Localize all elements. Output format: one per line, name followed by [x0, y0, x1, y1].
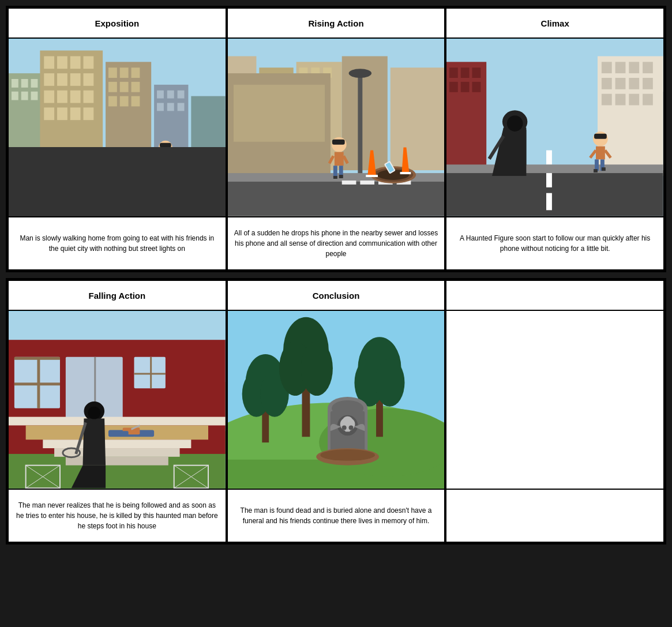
svg-rect-45 [36, 181, 53, 185]
svg-rect-52 [160, 167, 164, 177]
svg-rect-9 [44, 56, 54, 69]
header-rising: Rising Action [228, 9, 445, 39]
text-falling: The man never realizes that he is being … [9, 490, 226, 542]
svg-rect-108 [643, 62, 653, 73]
svg-rect-148 [9, 417, 226, 426]
svg-rect-95 [332, 140, 345, 145]
svg-rect-55 [166, 176, 169, 179]
svg-rect-39 [157, 103, 164, 111]
svg-rect-34 [132, 96, 140, 107]
svg-rect-36 [157, 91, 164, 99]
svg-point-169 [88, 407, 100, 419]
svg-rect-10 [57, 56, 67, 69]
svg-rect-88 [335, 152, 344, 166]
svg-rect-24 [84, 107, 94, 120]
svg-rect-44 [14, 181, 32, 185]
image-falling [9, 311, 226, 490]
cell-rising: Rising Action [227, 7, 446, 271]
svg-rect-5 [12, 92, 18, 100]
svg-rect-114 [615, 94, 626, 106]
text-empty [446, 490, 663, 542]
svg-rect-145 [134, 357, 165, 388]
svg-rect-72 [228, 179, 445, 216]
svg-rect-30 [120, 82, 129, 92]
svg-rect-12 [84, 56, 94, 69]
svg-rect-37 [167, 91, 174, 99]
header-exposition: Exposition [9, 9, 226, 39]
text-rising: All of a sudden he drops his phone in th… [228, 217, 445, 269]
svg-rect-27 [120, 67, 129, 78]
svg-rect-132 [602, 167, 606, 171]
svg-rect-42 [191, 96, 225, 176]
svg-point-50 [159, 141, 172, 155]
image-exposition [9, 39, 226, 217]
svg-marker-165 [83, 419, 106, 465]
svg-rect-54 [160, 176, 164, 179]
image-climax [446, 39, 663, 217]
svg-point-195 [342, 416, 352, 426]
svg-rect-17 [44, 91, 54, 103]
svg-rect-101 [449, 82, 458, 92]
row-2: Falling Action [6, 278, 666, 545]
svg-rect-146 [150, 357, 152, 388]
svg-rect-26 [108, 67, 117, 78]
cell-empty [445, 280, 665, 543]
svg-rect-92 [339, 175, 343, 178]
svg-line-57 [164, 157, 170, 162]
svg-rect-105 [602, 62, 612, 73]
svg-rect-19 [70, 91, 81, 103]
svg-rect-1 [9, 73, 43, 176]
image-empty [446, 311, 663, 490]
svg-rect-13 [44, 73, 54, 86]
svg-rect-11 [70, 56, 81, 69]
svg-rect-20 [84, 91, 94, 103]
svg-rect-115 [629, 94, 640, 106]
svg-point-125 [507, 115, 523, 132]
svg-rect-150 [43, 440, 191, 448]
cell-conclusion: Conclusion [227, 280, 446, 543]
svg-rect-86 [400, 172, 411, 174]
svg-rect-98 [449, 67, 458, 78]
svg-rect-32 [108, 96, 117, 107]
text-climax: A Haunted Figure soon start to follow ou… [446, 217, 663, 269]
svg-rect-49 [9, 164, 226, 176]
cell-climax: Climax [445, 7, 665, 271]
svg-rect-41 [178, 103, 185, 111]
svg-rect-22 [57, 107, 67, 120]
svg-rect-3 [21, 79, 28, 88]
svg-rect-15 [70, 73, 81, 86]
svg-rect-67 [390, 67, 444, 170]
svg-rect-152 [66, 457, 168, 465]
svg-rect-75 [360, 181, 374, 185]
svg-rect-111 [629, 78, 640, 89]
svg-point-192 [341, 425, 346, 430]
storyboard: Exposition [6, 6, 666, 545]
svg-rect-7 [31, 92, 38, 100]
svg-rect-74 [341, 181, 356, 185]
svg-rect-110 [615, 78, 626, 89]
svg-rect-47 [80, 181, 97, 185]
svg-rect-109 [602, 78, 612, 89]
svg-point-181 [301, 341, 332, 396]
svg-rect-128 [596, 147, 605, 160]
svg-rect-102 [461, 82, 470, 92]
svg-rect-70 [358, 73, 362, 187]
svg-rect-53 [166, 167, 169, 177]
svg-line-56 [160, 157, 166, 162]
svg-point-185 [375, 359, 404, 407]
svg-rect-106 [615, 62, 626, 73]
header-empty [446, 281, 663, 311]
svg-rect-91 [333, 176, 337, 179]
svg-rect-18 [57, 91, 67, 103]
svg-rect-23 [70, 107, 81, 120]
svg-rect-116 [643, 94, 653, 106]
svg-rect-14 [57, 73, 67, 86]
svg-rect-6 [21, 92, 28, 100]
svg-rect-141 [37, 357, 40, 408]
header-conclusion: Conclusion [228, 281, 445, 311]
svg-rect-97 [446, 62, 486, 176]
svg-rect-131 [594, 169, 598, 172]
svg-rect-135 [594, 134, 607, 139]
svg-rect-38 [178, 91, 185, 99]
svg-rect-2 [12, 79, 18, 88]
